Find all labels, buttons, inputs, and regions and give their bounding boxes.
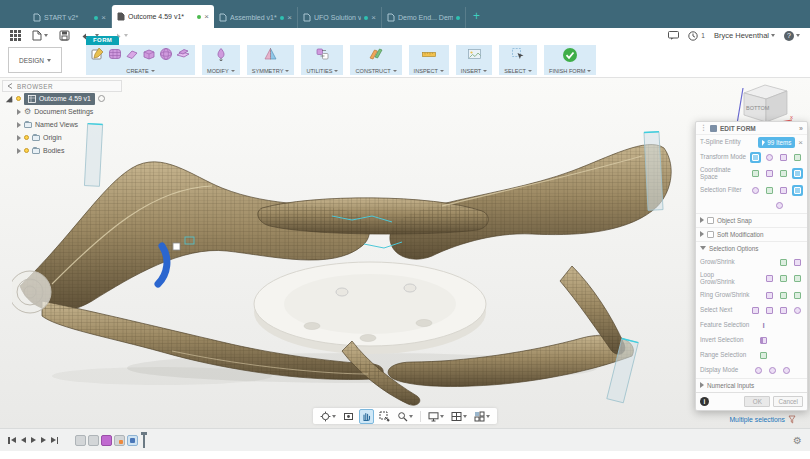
timeline-step-back-button[interactable] [21,437,26,443]
collapsed-icon[interactable] [17,122,21,128]
loop-grow-icon[interactable] [778,273,789,284]
box-display-icon[interactable] [753,365,764,376]
cylinder-tool-icon[interactable] [142,47,156,61]
translation-mode-icon[interactable] [750,152,761,163]
timeline-feature-icon[interactable] [114,435,125,446]
control-frame-display-icon[interactable] [767,365,778,376]
plane-tool-icon[interactable] [125,47,139,61]
inspect-menu[interactable]: INSPECT [414,68,444,74]
collapsed-icon[interactable] [17,135,21,141]
ok-button[interactable]: OK [744,396,770,407]
universal-manipulator-icon[interactable] [792,152,803,163]
dock-dialog-icon[interactable]: » [799,125,803,132]
edge-filter-icon[interactable] [764,185,775,196]
orbit-button[interactable] [318,409,338,424]
browser-item-origin[interactable]: Origin [2,131,122,144]
browser-item-named-views[interactable]: Named Views [2,118,122,131]
feature-selection-icon[interactable]: I [758,320,769,331]
timeline-feature-icon[interactable] [75,435,86,446]
edit-form-icon[interactable] [213,47,229,61]
viewcube-face-label[interactable]: BOTTOM [746,105,770,111]
workspace-selector[interactable]: DESIGN [8,47,62,73]
box-tool-icon[interactable] [108,47,122,61]
root-node-chip[interactable]: Outcome 4.59 v1 [24,93,95,105]
shrink-icon[interactable] [792,257,803,268]
selection-space-icon[interactable] [792,168,803,179]
collapsed-icon[interactable] [700,382,704,388]
viewports-button[interactable] [472,409,492,424]
expanded-icon[interactable] [6,95,12,101]
collapse-browser-icon[interactable] [7,83,13,89]
timeline-form-feature-icon[interactable] [127,435,138,446]
local-space-icon[interactable] [778,168,789,179]
visibility-bulb-icon[interactable] [24,148,29,153]
sphere-tool-icon[interactable] [159,47,173,61]
world-space-icon[interactable] [750,168,761,179]
select-next-down-icon[interactable] [764,305,775,316]
construct-menu[interactable]: CONSTRUCT [355,68,396,74]
cancel-button[interactable]: Cancel [773,396,803,407]
tab-assembled[interactable]: Assembled v1* × [214,7,298,28]
browser-item-document-settings[interactable]: ⚙ Document Settings [2,105,122,118]
form-context-tab[interactable]: FORM [86,36,119,45]
select-next-up-icon[interactable] [750,305,761,316]
ring-icon[interactable] [764,290,775,301]
body-filter-icon[interactable] [792,185,803,196]
drag-grip-icon[interactable]: ⋮ [700,124,707,132]
timeline-settings-gear-icon[interactable]: ⚙ [793,435,802,446]
object-snap-checkbox[interactable] [707,217,714,224]
insert-menu[interactable]: INSERT [461,68,487,74]
grid-snap-button[interactable] [449,409,469,424]
info-icon[interactable]: i [700,397,709,406]
edit-form-tool-icon[interactable] [91,47,105,61]
ring-shrink-icon[interactable] [792,290,803,301]
generative-design-model[interactable] [12,116,712,428]
help-menu[interactable]: ? [784,31,800,41]
tspline-body-filter-icon[interactable] [774,200,785,211]
timeline-feature-icon[interactable] [88,435,99,446]
select-next-right-icon[interactable] [792,305,803,316]
browser-item-bodies[interactable]: Bodies [2,144,122,157]
new-tab-button[interactable]: + [473,9,480,23]
collapsed-icon[interactable] [17,109,21,115]
insert-image-icon[interactable] [467,47,482,61]
utilities-icon[interactable] [315,47,330,61]
tab-start[interactable]: START v2* × [28,7,112,28]
timeline-feature-icon[interactable] [101,435,112,446]
face-filter-icon[interactable] [778,185,789,196]
clear-selection-icon[interactable]: × [798,138,803,147]
timeline-step-forward-button[interactable] [41,437,46,443]
browser-header[interactable]: BROWSER [2,80,122,92]
expanded-icon[interactable] [700,246,706,250]
rotation-mode-icon[interactable] [764,152,775,163]
timeline-go-to-start-button[interactable] [8,437,16,444]
save-button[interactable] [59,30,70,41]
object-snap-section[interactable]: Object Snap [696,213,807,227]
timeline-position-marker[interactable] [143,433,145,448]
invert-selection-icon[interactable] [758,335,769,346]
selection-options-section[interactable]: Selection Options [696,241,807,255]
view-space-icon[interactable] [764,168,775,179]
pan-button[interactable] [359,409,374,424]
root-options-icon[interactable] [98,95,105,102]
loop-icon[interactable] [764,273,775,284]
zoom-button[interactable] [395,409,415,424]
file-menu-button[interactable] [32,30,48,41]
modify-menu[interactable]: MODIFY [207,68,235,74]
range-selection-icon[interactable] [758,350,769,361]
dialog-header[interactable]: ⋮ EDIT FORM » [696,122,807,135]
select-menu[interactable]: SELECT [504,68,532,74]
tab-demo-end[interactable]: Demo End... Dem v6 [382,7,466,28]
notifications-button[interactable]: 1 [688,31,705,41]
ring-grow-icon[interactable] [778,290,789,301]
finish-form-check-icon[interactable] [562,47,578,63]
collapsed-icon[interactable] [17,148,21,154]
close-tab-icon[interactable]: × [204,13,209,21]
create-menu[interactable]: CREATE [126,68,154,74]
zoom-window-button[interactable] [377,409,392,424]
visibility-bulb-icon[interactable] [16,96,21,101]
quadball-tool-icon[interactable] [176,47,190,61]
measure-icon[interactable] [421,47,437,61]
numerical-inputs-section[interactable]: Numerical Inputs [696,378,807,392]
user-menu[interactable]: Bryce Heventhal [714,31,775,40]
